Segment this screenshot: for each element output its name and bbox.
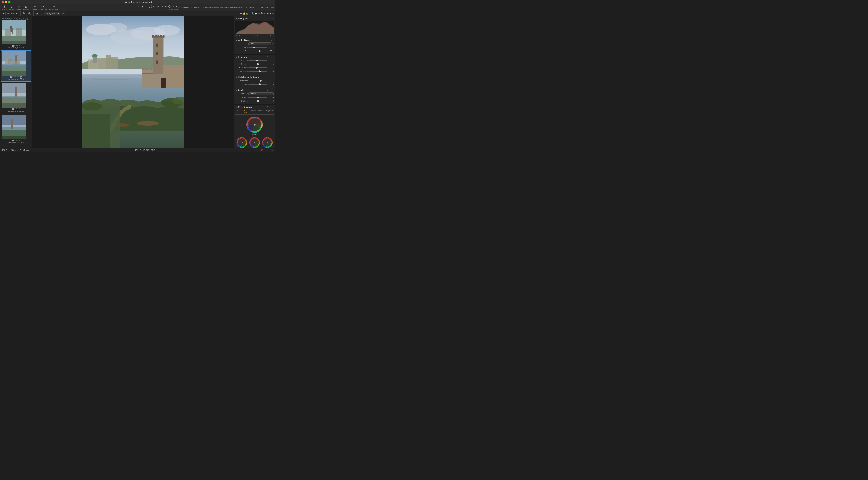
film-item-0[interactable]: 161-10-WP_20201110_...02_Raw_highres.dng xyxy=(1,17,31,50)
auto-adjust-btn[interactable]: A Auto Adjust xyxy=(230,7,240,8)
maximize-button[interactable] xyxy=(8,1,10,3)
cb-tab-highlight[interactable]: Highlight xyxy=(265,109,274,115)
wb-eye-icon[interactable]: ≡ xyxy=(271,39,272,41)
cb-edit-icon[interactable]: ✏ xyxy=(269,106,270,108)
clarity-structure-slider[interactable] xyxy=(248,101,267,101)
cursor-tool-3[interactable]: ▭ xyxy=(145,4,148,8)
cb-eye-icon[interactable]: ≡ xyxy=(271,106,272,108)
exp-auto-icon[interactable]: A xyxy=(267,56,268,58)
filter-icon[interactable]: ⊠ xyxy=(272,12,274,15)
prev-image-button[interactable]: ◀ xyxy=(1,12,6,15)
clarity-clarity-slider[interactable] xyxy=(248,97,267,98)
cb-tab-midtone[interactable]: Midtone xyxy=(257,109,265,115)
hdr-header[interactable]: ▼ High Dynamic Range ? A ✏ ≡ ··· xyxy=(236,76,274,78)
exposure-header[interactable]: ▼ Exposure ? A ✏ ≡ ··· xyxy=(236,56,274,58)
film-item-1[interactable]: ✓ 161-12-IMG_0091.DNG xyxy=(1,50,31,82)
status-expand-icon[interactable]: ⊞ xyxy=(271,149,273,151)
hdr-shadow-slider[interactable] xyxy=(248,84,267,85)
midtone-small-wheel[interactable] xyxy=(249,137,260,148)
midtone-wheel[interactable] xyxy=(246,116,263,133)
status-checkbox[interactable]: ☐ xyxy=(261,149,263,151)
grid-icon[interactable]: ⊞ xyxy=(267,12,269,15)
cursor-tool-6[interactable]: ✦ xyxy=(157,4,160,8)
cursor-tool-9[interactable]: ⬡ xyxy=(168,4,171,8)
film-item-3[interactable]: 165-12-IMG_0093.DNG xyxy=(1,114,31,144)
minimize-button[interactable] xyxy=(5,1,7,3)
print-btn[interactable]: 🖶 Print xyxy=(253,7,258,8)
capture-button[interactable]: ⊙ Capture xyxy=(8,5,15,10)
cursor-tool-11[interactable]: ⬥ xyxy=(176,4,178,8)
exp-saturation-slider[interactable] xyxy=(248,71,267,72)
clarity-header[interactable]: ▼ Clarity ? ✏ ≡ ··· xyxy=(236,89,274,91)
focus-mask-btn[interactable]: ⊞ Focus Mask xyxy=(190,7,202,8)
zoom-in-button[interactable]: 🔍 xyxy=(28,12,32,15)
wb-mode-dropdown[interactable]: Shot ⌄ xyxy=(248,42,271,45)
wb-help-icon[interactable]: ? xyxy=(265,39,266,41)
add-layer-button[interactable]: + xyxy=(61,12,65,15)
layers-icon[interactable]: ▥ xyxy=(246,12,248,15)
exp-menu-icon[interactable]: ··· xyxy=(272,56,274,58)
lock-icon[interactable]: 🔒 xyxy=(243,12,246,15)
exp-eye-icon[interactable]: ≡ xyxy=(271,56,272,58)
hdr-eye-icon[interactable]: ≡ xyxy=(271,76,272,78)
hdr-help-icon[interactable]: ? xyxy=(265,76,266,78)
wb-edit-icon[interactable]: ✏ xyxy=(269,39,270,41)
highlight-wheel[interactable] xyxy=(262,137,273,148)
cb-tab-shadow[interactable]: Shadow xyxy=(248,109,257,115)
exp-help-icon[interactable]: ? xyxy=(265,56,266,58)
color-balance-header[interactable]: ▼ Color Balance ? ✏ ≡ ··· xyxy=(236,106,274,108)
wb-menu-icon[interactable]: ··· xyxy=(272,39,274,41)
import-button[interactable]: ⬇ Import xyxy=(1,5,7,10)
film-item-2[interactable]: 163-12-IMG_0092.DNG xyxy=(1,82,31,113)
hdr-menu-icon[interactable]: ··· xyxy=(272,76,274,78)
histogram-menu-icon[interactable]: ··· xyxy=(272,18,274,20)
wb-auto-icon[interactable]: A xyxy=(267,39,268,41)
grid-view-button[interactable]: ⊞ xyxy=(35,12,38,15)
cursor-tool-8[interactable]: ✒ xyxy=(164,4,167,8)
background-select[interactable]: Background xyxy=(44,12,60,15)
close-button[interactable] xyxy=(1,1,4,3)
star-icon[interactable]: ★ xyxy=(269,12,271,15)
next-image-button[interactable]: ▶ xyxy=(15,12,19,15)
hdr-highlight-slider[interactable] xyxy=(248,81,267,81)
cursor-tool-5[interactable]: ◎ xyxy=(153,4,156,8)
zoom-out-button[interactable]: 🔍 xyxy=(22,12,26,15)
folder-icon[interactable]: 📁 xyxy=(255,12,257,15)
proofing-btn[interactable]: 👁 Proofing xyxy=(265,7,274,8)
exp-brightness-slider[interactable] xyxy=(248,67,267,68)
shadow-wheel[interactable] xyxy=(236,137,247,148)
clarity-edit-icon[interactable]: ✏ xyxy=(269,89,270,91)
exposure-warning-btn[interactable]: ⚠ Exposure Warning xyxy=(203,7,219,8)
color-swatch-icon[interactable]: ◉ xyxy=(258,12,260,15)
search-icon[interactable]: 🔍 xyxy=(251,12,254,15)
wb-kelvin-slider[interactable] xyxy=(248,47,267,48)
cursor-tool-4[interactable]: ⛶ xyxy=(149,4,152,8)
cb-tab-3way[interactable]: 3-Way xyxy=(243,109,249,115)
settings-icon[interactable]: ⚙ xyxy=(264,12,266,15)
cursor-tool-2[interactable]: ⊕ xyxy=(141,4,144,8)
wb-edit-pencil[interactable]: ✏ xyxy=(272,42,274,45)
cb-tab-master[interactable]: Master xyxy=(236,109,243,115)
edit-selected-button[interactable]: ✏ Edit Selected xyxy=(49,5,59,10)
reset-button[interactable]: ↺ Reset xyxy=(32,5,38,10)
search2-icon[interactable]: 🔍 xyxy=(261,12,264,15)
histogram-header[interactable]: ▼ Histogram ? ··· xyxy=(236,17,274,20)
hdr-edit-icon[interactable]: ✏ xyxy=(269,76,270,78)
organize-button[interactable]: ▦ Organize xyxy=(23,5,30,10)
clarity-help-icon[interactable]: ? xyxy=(267,89,268,91)
clarity-menu-icon[interactable]: ··· xyxy=(272,89,274,91)
exp-edit-icon[interactable]: ✏ xyxy=(269,56,270,58)
alignment-btn[interactable]: ≡ Alignment xyxy=(220,7,228,8)
cursor-tool-10[interactable]: ✕ xyxy=(172,4,175,8)
wb-tint-slider[interactable] xyxy=(248,51,267,52)
rotate-button[interactable]: ↻ Rotate xyxy=(16,5,22,10)
clarity-method-dropdown[interactable]: Natural ⌄ xyxy=(248,92,274,95)
cb-help-icon[interactable]: ? xyxy=(267,106,268,108)
cursor-tool-7[interactable]: ⊘ xyxy=(160,4,163,8)
white-balance-header[interactable]: ▼ White Balance ? A ✏ ≡ ··· xyxy=(236,39,274,41)
cursor-tool-1[interactable]: ↖ xyxy=(137,4,140,8)
histogram-help-icon[interactable]: ? xyxy=(271,18,272,20)
clarity-eye-icon[interactable]: ≡ xyxy=(271,89,272,91)
cb-menu-icon[interactable]: ··· xyxy=(272,106,274,108)
copy-apply-btn[interactable]: ⊕ Copy/Apply xyxy=(241,7,252,8)
